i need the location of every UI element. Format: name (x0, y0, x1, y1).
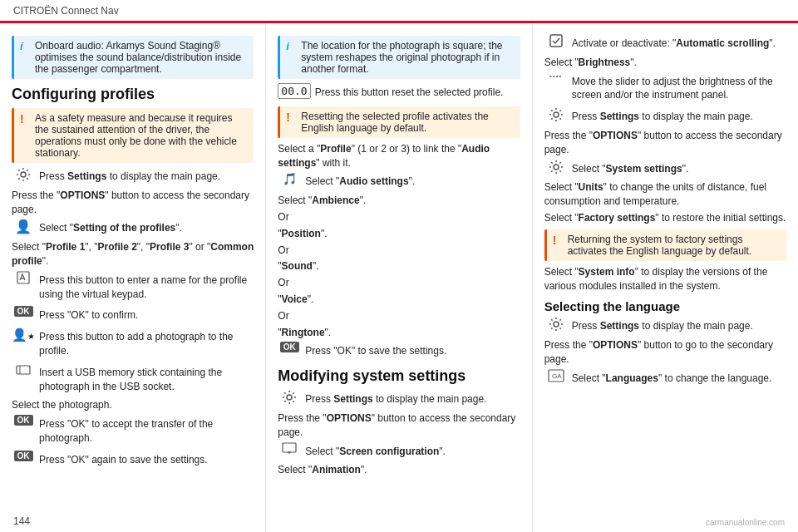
system-settings-text: Select "System settings". (572, 162, 689, 176)
warn-icon-3: ! (553, 234, 563, 247)
warn-box-factory: ! Returning the system to factory settin… (544, 229, 786, 261)
warn-box-reset-text: Resetting the selected profile activates… (301, 111, 514, 134)
position-text: "Position". (278, 227, 520, 241)
usb-row: Insert a USB memory stick containing the… (12, 363, 254, 397)
settings-col3-text: Press Settings to display the main page. (572, 110, 753, 124)
svg-point-10 (554, 112, 559, 117)
svg-rect-1 (17, 272, 29, 283)
settings-row-1: Press Settings to display the main page. (12, 167, 254, 186)
settings-lang-row: Press Settings to display the main page. (544, 317, 786, 336)
options-col2-text: Press the "OPTIONS" button to access the… (278, 411, 520, 440)
ok-save-row: OK Press "OK" again to save the settings… (12, 451, 254, 470)
svg-point-0 (21, 172, 26, 177)
sysinfo-text: Select "System info" to display the vers… (544, 265, 786, 293)
ringtone-text: "Ringtone". (278, 326, 520, 340)
dots-icon: •••• (544, 72, 568, 80)
or3-text: Or (278, 276, 520, 290)
section-title-system: Modifying system settings (278, 367, 520, 385)
gear-icon-1 (12, 167, 35, 182)
info-icon: i (20, 40, 30, 52)
section-title-profiles: Configuring profiles (12, 86, 254, 103)
svg-point-11 (554, 165, 559, 170)
photo-text: Press this button to add a photograph to… (39, 330, 254, 358)
warn-box-safety-text: As a safety measure and because it requi… (35, 112, 248, 159)
sound-text: "Sound". (278, 259, 520, 273)
gear-icon-col3 (544, 107, 568, 122)
audio-settings-text: Select "Audio settings". (305, 175, 415, 189)
pencil-svg (17, 271, 30, 284)
options-text-1: Press the "OPTIONS" button to access the… (12, 189, 254, 217)
units-text: Select "Units" to change the units of di… (544, 180, 786, 209)
settings-text-1: Press Settings to display the main page. (39, 170, 220, 184)
warn-box-safety: ! As a safety measure and because it req… (12, 108, 254, 163)
watermark-text: carmanualonline.com (706, 518, 785, 527)
profile-select-text: Select "Profile 1", "Profile 2", "Profil… (12, 240, 254, 268)
page-number: 144 (13, 515, 30, 527)
svg-point-12 (554, 322, 559, 327)
select-photo-text: Select the photograph. (12, 398, 254, 412)
music-icon: 🎵 (278, 172, 301, 185)
options-lang-text: Press the "OPTIONS" button to go to the … (544, 338, 786, 367)
select-brightness-text: Select "Brightness". (544, 56, 786, 70)
usb-text: Insert a USB memory stick containing the… (39, 366, 254, 394)
svg-rect-6 (283, 443, 296, 452)
svg-rect-3 (17, 366, 30, 374)
select-profiles-row: 👤 Select "Setting of the profiles". (12, 219, 254, 238)
main-content: i Onboard audio: Arkamys Sound Staging® … (0, 23, 798, 532)
system-settings-row: Select "System settings". (544, 160, 786, 179)
gear-icon-lang (544, 317, 568, 332)
warn-box-factory-text: Returning the system to factory settings… (568, 234, 781, 257)
checkbox-icon (544, 34, 568, 47)
gear-svg-1 (16, 167, 31, 182)
usb-svg (16, 363, 31, 377)
activate-row: Activate or deactivate: "Automatic scrol… (544, 34, 786, 53)
lang-svg: GA (548, 369, 564, 382)
info-box-audio-text: Onboard audio: Arkamys Sound Staging® op… (35, 40, 248, 75)
or1-text: Or (278, 210, 520, 224)
ok-confirm-row: OK Press "OK" to confirm. (12, 306, 254, 325)
warn-icon-1: ! (20, 112, 30, 126)
svg-text:GA: GA (552, 372, 562, 380)
or2-text: Or (278, 244, 520, 258)
lang-icon: GA (544, 369, 568, 382)
or4-text: Or (278, 309, 520, 323)
ok-save-text: Press "OK" again to save the settings. (39, 453, 208, 467)
ok-accept-row: OK Press "OK" to accept the transfer of … (12, 415, 254, 448)
info-box-audio: i Onboard audio: Arkamys Sound Staging® … (12, 36, 254, 79)
select-profile-link-text: Select a "Profile" (1 or 2 or 3) to link… (278, 142, 520, 170)
reset-text: Press this button reset the selected pro… (315, 86, 504, 100)
header-title: CITROËN Connect Nav (13, 5, 119, 17)
person-icon: 👤 (12, 219, 35, 234)
photo-icon: 👤★ (12, 328, 35, 342)
ok-confirm-text: Press "OK" to confirm. (39, 308, 138, 323)
info-box-photo: i The location for the photograph is squ… (278, 36, 520, 79)
slider-text: Move the slider to adjust the brightness… (572, 75, 786, 103)
column-1: i Onboard audio: Arkamys Sound Staging® … (0, 23, 266, 532)
column-2: i The location for the photograph is squ… (266, 23, 532, 532)
options-col3-text: Press the "OPTIONS" button to access the… (544, 129, 786, 157)
audio-settings-row: 🎵 Select "Audio settings". (278, 172, 520, 191)
photo-row: 👤★ Press this button to add a photograph… (12, 328, 254, 361)
languages-text: Select "Languages" to change the languag… (572, 372, 772, 386)
gear-icon-col2 (278, 390, 301, 405)
warn-icon-2: ! (286, 111, 296, 124)
pencil-row: Press this button to enter a name for th… (12, 271, 254, 304)
slider-row: •••• Move the slider to adjust the brigh… (544, 72, 786, 106)
ok-icon-col2: OK (278, 342, 301, 352)
usb-icon (12, 363, 35, 377)
gear-svg-lang (549, 317, 564, 332)
page-header: CITROËN Connect Nav (0, 0, 798, 23)
settings-col3-row: Press Settings to display the main page. (544, 107, 786, 126)
screen-text: Select "Screen configuration". (305, 445, 446, 459)
settings-lang-text: Press Settings to display the main page. (572, 319, 753, 333)
select-profiles-text: Select "Setting of the profiles". (39, 221, 182, 235)
svg-point-5 (287, 395, 292, 400)
ok-save-col2-row: OK Press "OK" to save the settings. (278, 342, 520, 361)
gear-svg-col2 (282, 390, 297, 405)
factory-text: Select "Factory settings" to restore the… (544, 211, 786, 225)
animation-text: Select "Animation". (278, 463, 520, 477)
ok-icon-2: OK (12, 415, 35, 426)
settings-col2-row: Press Settings to display the main page. (278, 390, 520, 409)
gear-svg-col3b (549, 160, 564, 175)
checkbox-svg (549, 34, 563, 47)
